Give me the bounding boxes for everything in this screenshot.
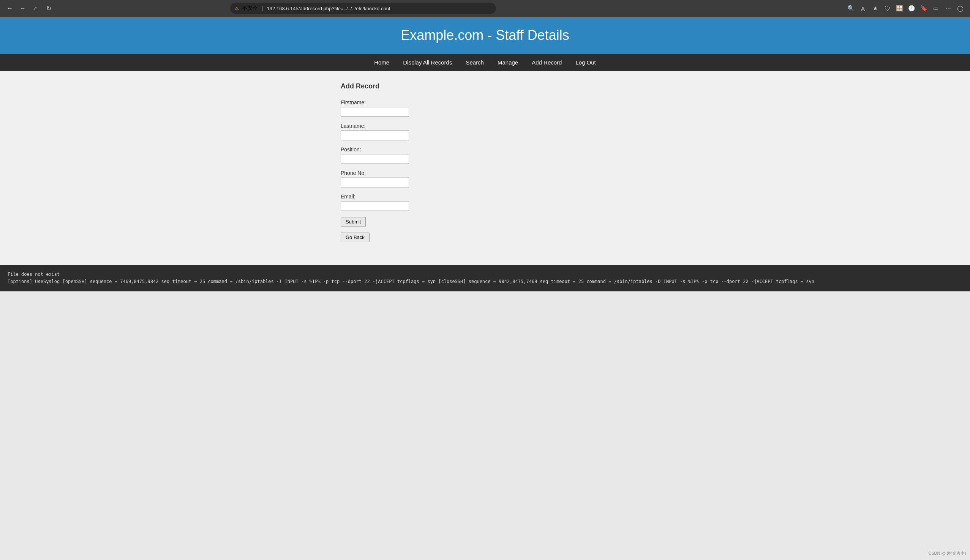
nav-item-add-record[interactable]: Add Record: [525, 54, 569, 71]
position-group: Position:: [341, 147, 629, 164]
lastname-input[interactable]: [341, 130, 409, 140]
nav-link-search[interactable]: Search: [459, 54, 491, 71]
lastname-label: Lastname:: [341, 123, 629, 129]
address-text: 192.168.6.145/addrecord.php?file=../../.…: [267, 6, 492, 12]
nav-item-manage[interactable]: Manage: [491, 54, 525, 71]
bookmark-button[interactable]: ★: [870, 3, 880, 14]
warning-icon: ⚠: [235, 6, 239, 11]
nav-item-logout[interactable]: Log Out: [569, 54, 602, 71]
page-heading: Add Record: [341, 82, 629, 90]
menu-button[interactable]: ⋯: [943, 3, 953, 14]
tab-button[interactable]: ▭: [930, 3, 941, 14]
site-header: Example.com - Staff Details: [0, 17, 970, 54]
footer-error-line1: File does not exist: [8, 271, 962, 278]
refresh-button[interactable]: ↻: [43, 3, 54, 14]
site-title: Example.com - Staff Details: [0, 27, 970, 43]
nav-link-manage[interactable]: Manage: [491, 54, 525, 71]
content-wrapper: Add Record Firstname: Lastname: Position…: [333, 82, 637, 242]
firstname-input[interactable]: [341, 107, 409, 117]
nav-link-logout[interactable]: Log Out: [569, 54, 602, 71]
nav-link-home[interactable]: Home: [367, 54, 396, 71]
firstname-group: Firstname:: [341, 99, 629, 117]
phoneno-group: Phone No:: [341, 170, 629, 187]
favorites-button[interactable]: 🔖: [918, 3, 929, 14]
forward-button[interactable]: →: [17, 3, 28, 14]
footer-error: File does not exist [options] UseSyslog …: [8, 271, 962, 285]
insecure-label: 不安全: [242, 5, 258, 12]
lastname-group: Lastname:: [341, 123, 629, 140]
history-button[interactable]: 🕐: [906, 3, 917, 14]
back-button[interactable]: ←: [5, 3, 15, 14]
shield-button[interactable]: 🛡: [882, 3, 893, 14]
browser-chrome: ← → ⌂ ↻ ⚠ 不安全 | 192.168.6.145/addrecord.…: [0, 0, 970, 17]
watermark: CSDN @ (时光者南): [928, 550, 966, 556]
home-button[interactable]: ⌂: [30, 3, 41, 14]
position-label: Position:: [341, 147, 629, 153]
email-label: Email:: [341, 193, 629, 200]
address-bar[interactable]: ⚠ 不安全 | 192.168.6.145/addrecord.php?file…: [230, 3, 496, 14]
bottom-area: [0, 292, 970, 337]
nav-item-search[interactable]: Search: [459, 54, 491, 71]
extensions-button[interactable]: 🪟: [894, 3, 905, 14]
font-button[interactable]: A: [858, 3, 868, 14]
nav-link-display-all[interactable]: Display All Records: [396, 54, 459, 71]
site-navigation: Home Display All Records Search Manage A…: [0, 54, 970, 71]
site-footer: File does not exist [options] UseSyslog …: [0, 265, 970, 292]
submit-button[interactable]: Submit: [341, 217, 366, 227]
form-actions: Submit: [341, 217, 629, 230]
phoneno-label: Phone No:: [341, 170, 629, 176]
position-input[interactable]: [341, 154, 409, 164]
nav-links: Home Display All Records Search Manage A…: [367, 54, 603, 71]
footer-error-line2: [options] UseSyslog [openSSH] sequence =…: [8, 278, 962, 285]
goback-container: Go Back: [341, 233, 629, 242]
profile-button[interactable]: ◯: [955, 3, 965, 14]
nav-item-display-all[interactable]: Display All Records: [396, 54, 459, 71]
goback-button[interactable]: Go Back: [341, 233, 370, 242]
browser-tools: 🔍 A ★ 🛡 🪟 🕐 🔖 ▭ ⋯ ◯: [845, 3, 965, 14]
firstname-label: Firstname:: [341, 99, 629, 105]
nav-link-add-record[interactable]: Add Record: [525, 54, 569, 71]
email-group: Email:: [341, 193, 629, 211]
add-record-form: Firstname: Lastname: Position: Phone No:…: [341, 99, 629, 230]
browser-nav-buttons: ← → ⌂ ↻: [5, 3, 54, 14]
main-content: Add Record Firstname: Lastname: Position…: [0, 71, 970, 265]
phoneno-input[interactable]: [341, 178, 409, 187]
nav-item-home[interactable]: Home: [367, 54, 396, 71]
zoom-button[interactable]: 🔍: [845, 3, 856, 14]
email-input[interactable]: [341, 201, 409, 211]
